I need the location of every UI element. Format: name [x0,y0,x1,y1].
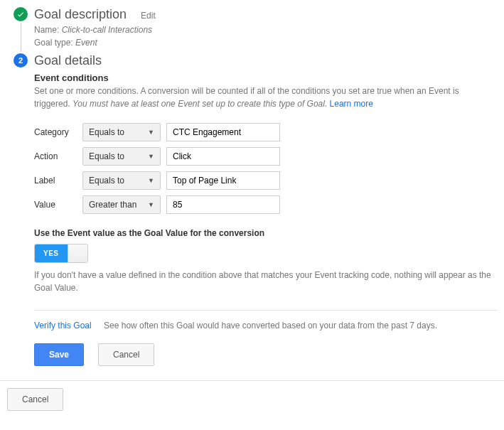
step-goal-details: 2 Goal details Event conditions Set one … [7,53,497,372]
divider [34,310,497,311]
verify-help-text: See how often this Goal would have conve… [104,321,437,330]
caret-down-icon: ▼ [148,129,154,136]
category-operator-dropdown[interactable]: Equals to ▼ [82,123,161,141]
step2-title: Goal details [34,53,102,68]
step-goal-description: Goal description Edit Name: Click-to-cal… [7,7,497,53]
label-value-input[interactable] [166,171,280,190]
goal-value-section: Use the Event value as the Goal Value fo… [34,228,497,294]
event-conditions-heading: Event conditions [34,72,497,83]
learn-more-link[interactable]: Learn more [330,99,373,109]
caret-down-icon: ▼ [148,201,154,208]
conditions-table: Category Equals to ▼ Action Equals to ▼ … [34,123,497,214]
value-label: Value [34,200,77,210]
footer-cancel-button[interactable]: Cancel [7,388,63,411]
action-value-input[interactable] [166,147,280,166]
toggle-yes[interactable]: YES [35,244,68,262]
caret-down-icon: ▼ [148,177,154,184]
save-button[interactable]: Save [34,343,84,366]
step1-title: Goal description [34,7,127,22]
caret-down-icon: ▼ [148,153,154,160]
edit-link[interactable]: Edit [141,11,156,21]
goal-value-title: Use the Event value as the Goal Value fo… [34,228,497,238]
toggle-off-side[interactable] [68,244,87,262]
footer: Cancel [0,380,504,418]
step2-number-indicator: 2 [14,53,28,68]
goal-value-toggle[interactable]: YES [34,244,88,263]
value-operator-dropdown[interactable]: Greater than ▼ [82,195,161,214]
value-value-input[interactable] [166,195,280,214]
category-value-input[interactable] [166,123,280,141]
action-operator-dropdown[interactable]: Equals to ▼ [82,147,161,166]
step1-done-indicator [14,7,28,21]
verify-row: Verify this Goal See how often this Goal… [34,321,497,330]
goal-name-summary: Name: Click-to-call Interactions [34,25,497,35]
label-label: Label [34,176,77,186]
verify-goal-link[interactable]: Verify this Goal [34,321,92,330]
action-label: Action [34,151,77,161]
label-operator-dropdown[interactable]: Equals to ▼ [82,171,161,190]
goal-type-summary: Goal type: Event [34,38,497,48]
category-label: Category [34,127,77,137]
cancel-button[interactable]: Cancel [98,343,154,366]
goal-value-help: If you don't have a value defined in the… [34,269,497,294]
check-icon [16,10,25,18]
event-conditions-help: Set one or more conditions. A conversion… [34,85,497,110]
